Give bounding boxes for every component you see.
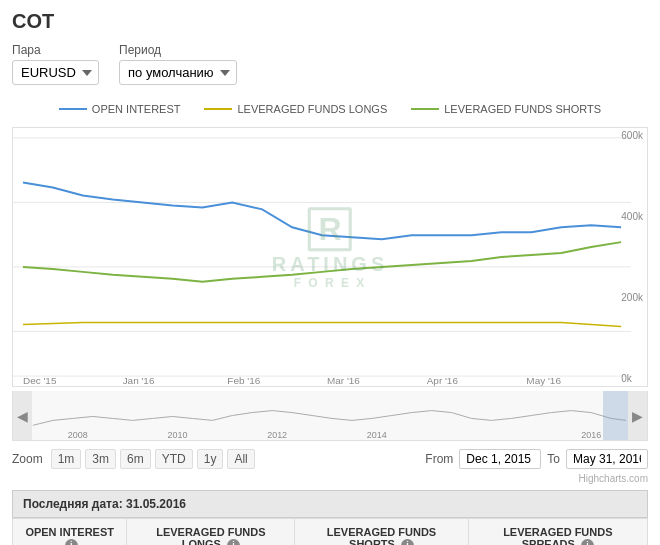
col-lf-shorts: LEVERAGED FUNDS SHORTS i xyxy=(295,519,468,546)
highcharts-credit: Highcharts.com xyxy=(12,473,648,484)
info-icon-lf-longs[interactable]: i xyxy=(227,539,240,545)
svg-text:Feb '16: Feb '16 xyxy=(227,375,260,386)
zoom-3m[interactable]: 3m xyxy=(85,449,116,469)
period-select[interactable]: по умолчанию 1 месяц 3 месяца 6 месяцев … xyxy=(119,60,237,85)
info-icon-lf-shorts[interactable]: i xyxy=(401,539,414,545)
svg-text:2014: 2014 xyxy=(367,430,387,440)
legend-item-open-interest: OPEN INTEREST xyxy=(59,103,181,115)
legend-line-lf-shorts xyxy=(411,108,439,110)
zoom-6m[interactable]: 6m xyxy=(120,449,151,469)
main-chart: 600k 400k 200k 0k R RATINGS F O R E X De… xyxy=(12,127,648,387)
zoom-label: Zoom xyxy=(12,452,43,466)
col-lf-longs: LEVERAGED FUNDS LONGS i xyxy=(127,519,295,546)
to-label: To xyxy=(547,452,560,466)
svg-text:2008: 2008 xyxy=(68,430,88,440)
legend: OPEN INTEREST LEVERAGED FUNDS LONGS LEVE… xyxy=(12,97,648,121)
mini-chart: 2008 2010 2012 2014 2016 ◀ ▶ xyxy=(12,391,648,441)
mini-chart-svg: 2008 2010 2012 2014 2016 xyxy=(13,391,647,440)
svg-text:May '16: May '16 xyxy=(526,375,561,386)
svg-text:2010: 2010 xyxy=(168,430,188,440)
from-label: From xyxy=(425,452,453,466)
from-date-input[interactable] xyxy=(459,449,541,469)
main-chart-svg: Dec '15 Jan '16 Feb '16 Mar '16 Apr '16 … xyxy=(13,128,647,386)
svg-text:Jan '16: Jan '16 xyxy=(123,375,155,386)
legend-line-open-interest xyxy=(59,108,87,110)
legend-item-lf-shorts: LEVERAGED FUNDS SHORTS xyxy=(411,103,601,115)
svg-text:Dec '15: Dec '15 xyxy=(23,375,57,386)
table-header-row: OPEN INTEREST i LEVERAGED FUNDS LONGS i … xyxy=(13,519,648,546)
info-icon-open-interest[interactable]: i xyxy=(65,539,78,545)
to-date-input[interactable] xyxy=(566,449,648,469)
zoom-row: Zoom 1m 3m 6m YTD 1y All From To xyxy=(12,449,648,469)
page-title: COT xyxy=(12,10,648,33)
svg-text:2016: 2016 xyxy=(581,430,601,440)
legend-item-lf-longs: LEVERAGED FUNDS LONGS xyxy=(204,103,387,115)
zoom-all[interactable]: All xyxy=(227,449,254,469)
legend-line-lf-longs xyxy=(204,108,232,110)
pair-select[interactable]: EURUSD GBPUSD USDJPY USDCHF AUDUSD USDCA… xyxy=(12,60,99,85)
period-control-group: Период по умолчанию 1 месяц 3 месяца 6 м… xyxy=(119,43,237,85)
zoom-right: From To xyxy=(425,449,648,469)
svg-text:Mar '16: Mar '16 xyxy=(327,375,360,386)
zoom-ytd[interactable]: YTD xyxy=(155,449,193,469)
mini-chart-left-arrow[interactable]: ◀ xyxy=(13,391,32,440)
legend-label-lf-longs: LEVERAGED FUNDS LONGS xyxy=(237,103,387,115)
page-wrapper: COT Пара EURUSD GBPUSD USDJPY USDCHF AUD… xyxy=(0,0,660,545)
legend-label-open-interest: OPEN INTEREST xyxy=(92,103,181,115)
col-lf-spreads: LEVERAGED FUNDS SPREADS i xyxy=(468,519,647,546)
last-date-header: Последняя дата: 31.05.2016 xyxy=(12,490,648,518)
legend-label-lf-shorts: LEVERAGED FUNDS SHORTS xyxy=(444,103,601,115)
period-label: Период xyxy=(119,43,237,57)
svg-text:Apr '16: Apr '16 xyxy=(427,375,459,386)
controls-row: Пара EURUSD GBPUSD USDJPY USDCHF AUDUSD … xyxy=(12,43,648,85)
pair-label: Пара xyxy=(12,43,99,57)
zoom-left: Zoom 1m 3m 6m YTD 1y All xyxy=(12,449,255,469)
info-icon-lf-spreads[interactable]: i xyxy=(581,539,594,545)
data-table: OPEN INTEREST i LEVERAGED FUNDS LONGS i … xyxy=(12,518,648,545)
mini-chart-right-arrow[interactable]: ▶ xyxy=(628,391,647,440)
col-open-interest: OPEN INTEREST i xyxy=(13,519,127,546)
zoom-1m[interactable]: 1m xyxy=(51,449,82,469)
pair-control-group: Пара EURUSD GBPUSD USDJPY USDCHF AUDUSD … xyxy=(12,43,99,85)
zoom-1y[interactable]: 1y xyxy=(197,449,224,469)
svg-text:2012: 2012 xyxy=(267,430,287,440)
